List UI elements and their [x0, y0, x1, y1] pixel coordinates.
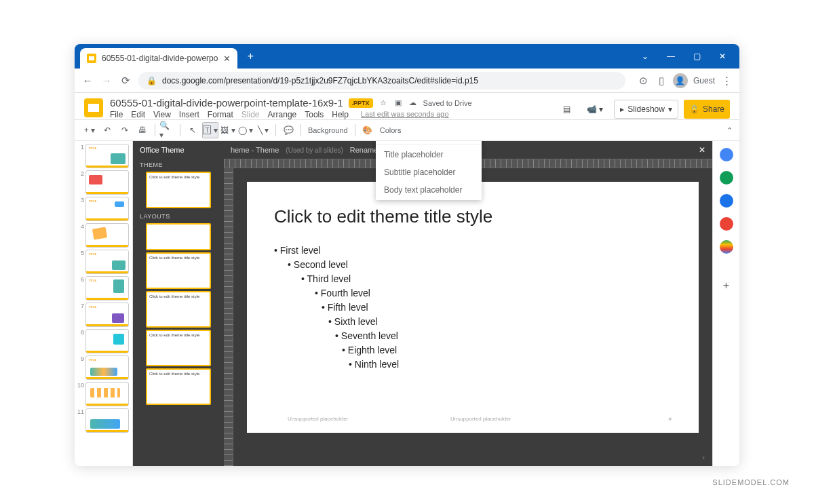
rename-button[interactable]: Rename: [350, 146, 379, 154]
url-input[interactable]: 🔒 docs.google.com/presentation/d/19-p5z1…: [138, 72, 625, 90]
slide-title-placeholder[interactable]: Click to edit theme title style: [274, 206, 672, 227]
layout-thumb[interactable]: Click to edit theme title style: [146, 252, 211, 289]
slide-thumb-8[interactable]: [85, 329, 129, 353]
page-number-placeholder: #: [669, 416, 672, 422]
slide-body-placeholder[interactable]: First level Second level Third level Fou…: [274, 244, 672, 372]
close-theme-editor[interactable]: ✕: [699, 145, 705, 155]
slide-thumbnail-rail[interactable]: 1TITLE 2 3TITLE 4 5TITLE 6TITLE 7TITLE 8…: [75, 141, 133, 466]
close-tab-icon[interactable]: ✕: [223, 54, 231, 64]
window-controls: ⌄ — ▢ ✕: [634, 47, 734, 65]
textbox-tool[interactable]: 🅃 ▾: [202, 122, 218, 138]
menu-arrange[interactable]: Arrange: [268, 110, 297, 119]
menu-view[interactable]: View: [153, 110, 171, 119]
palette-icon[interactable]: 🎨: [360, 122, 376, 138]
browser-tab[interactable]: 60555-01-digital-divide-powerpo ✕: [80, 48, 237, 69]
colors-button[interactable]: Colors: [377, 126, 404, 134]
canvas-area: heme - Theme (Used by all slides) Rename…: [224, 141, 712, 466]
menu-tools[interactable]: Tools: [305, 110, 324, 119]
minimize-button[interactable]: —: [659, 47, 682, 65]
tasks-icon[interactable]: [720, 194, 733, 208]
shape-tool[interactable]: ◯ ▾: [237, 122, 254, 138]
slide-master[interactable]: Click to edit theme title style First le…: [247, 182, 699, 433]
maximize-button[interactable]: ▢: [685, 47, 708, 65]
contacts-icon[interactable]: [720, 217, 733, 231]
reading-icon[interactable]: ▯: [655, 75, 667, 87]
slide-thumb-6[interactable]: TITLE: [85, 276, 129, 301]
menu-file[interactable]: File: [110, 110, 123, 119]
calendar-icon[interactable]: [720, 148, 733, 161]
layout-thumb[interactable]: Click to edit theme title style: [146, 291, 211, 328]
dropdown-item-subtitle[interactable]: Subtitle placeholder: [376, 163, 482, 181]
canvas-header-label: heme - Theme: [231, 146, 279, 154]
meet-button[interactable]: 📹 ▾: [581, 100, 608, 119]
side-panel: +: [712, 141, 739, 466]
watermark: SLIDEMODEL.COM: [712, 478, 790, 486]
comment-tool[interactable]: 💬: [280, 122, 296, 138]
slideshow-button[interactable]: ▸ Slideshow ▾: [614, 100, 678, 119]
slide-thumb-9[interactable]: TITLE: [85, 355, 129, 380]
redo-button[interactable]: ↷: [117, 122, 133, 138]
dropdown-item-textbox[interactable]: 🅃 Text box: [376, 141, 482, 142]
slide-thumb-2[interactable]: [85, 170, 129, 195]
add-addon-button[interactable]: +: [723, 279, 729, 292]
vertical-ruler: [224, 168, 233, 466]
layout-thumb[interactable]: Click to edit theme title style: [146, 368, 211, 405]
address-bar: ← → ⟳ 🔒 docs.google.com/presentation/d/1…: [75, 69, 739, 93]
comments-button[interactable]: ▤: [558, 100, 576, 119]
unsupported-placeholder: Unsupported placeholder: [450, 416, 511, 422]
tab-title: 60555-01-digital-divide-powerpo: [102, 54, 218, 63]
layout-thumb[interactable]: [146, 223, 211, 250]
maps-icon[interactable]: [720, 240, 733, 254]
star-icon[interactable]: ☆: [379, 98, 388, 108]
move-icon[interactable]: ▣: [393, 98, 403, 108]
doc-title[interactable]: 60555-01-digital-divide-powerpoint-templ…: [110, 97, 343, 109]
search-icon[interactable]: ⊙: [638, 75, 650, 87]
browser-menu-icon[interactable]: ⋮: [720, 75, 733, 87]
chevron-down-icon[interactable]: ⌄: [634, 47, 657, 65]
image-tool[interactable]: 🖼 ▾: [220, 122, 236, 138]
background-button[interactable]: Background: [305, 126, 351, 134]
slide-thumb-11[interactable]: [85, 408, 129, 433]
new-tab-button[interactable]: +: [241, 47, 259, 65]
undo-button[interactable]: ↶: [99, 122, 115, 138]
keep-notes-icon[interactable]: [720, 171, 733, 185]
close-window-button[interactable]: ✕: [711, 47, 734, 65]
new-slide-button[interactable]: + ▾: [81, 122, 98, 138]
slides-logo-icon[interactable]: [84, 98, 103, 117]
menubar: File Edit View Insert Format Slide Arran…: [110, 110, 551, 119]
menu-insert[interactable]: Insert: [179, 110, 199, 119]
collapse-toolbar[interactable]: ⌃: [726, 126, 733, 135]
zoom-button[interactable]: 🔍 ▾: [159, 122, 176, 138]
cloud-saved-icon: ☁: [408, 98, 418, 108]
share-button[interactable]: 🔒 Share: [684, 100, 730, 119]
guest-label: Guest: [693, 76, 715, 85]
menu-slide[interactable]: Slide: [241, 110, 260, 119]
window-titlebar: 60555-01-digital-divide-powerpo ✕ + ⌄ — …: [75, 44, 739, 69]
user-avatar[interactable]: 👤: [673, 73, 688, 88]
menu-edit[interactable]: Edit: [131, 110, 145, 119]
print-button[interactable]: 🖶: [134, 122, 151, 138]
line-tool[interactable]: ╲ ▾: [255, 122, 271, 138]
theme-section-label: THEME: [133, 159, 224, 170]
reload-button[interactable]: ⟳: [119, 75, 132, 87]
dropdown-item-body[interactable]: Body text placeholder: [376, 181, 482, 199]
dropdown-item-title[interactable]: Title placeholder: [376, 146, 482, 163]
last-edit-label[interactable]: Last edit was seconds ago: [361, 110, 449, 119]
theme-panel-title: Office Theme: [133, 141, 224, 159]
slide-thumb-10[interactable]: [85, 382, 129, 406]
menu-help[interactable]: Help: [332, 110, 349, 119]
slide-thumb-7[interactable]: TITLE: [85, 303, 129, 327]
menu-format[interactable]: Format: [208, 110, 233, 119]
theme-master-thumb[interactable]: Click to edit theme title style: [146, 172, 211, 208]
slide-thumb-4[interactable]: [85, 223, 129, 248]
slide-canvas[interactable]: Click to edit theme title style First le…: [233, 168, 712, 466]
slide-thumb-5[interactable]: TITLE: [85, 250, 129, 274]
slide-thumb-1[interactable]: TITLE: [85, 144, 129, 168]
theme-panel: Office Theme THEME Click to edit theme t…: [133, 141, 224, 466]
select-tool[interactable]: ↖: [185, 122, 201, 138]
layout-thumb[interactable]: Click to edit theme title style: [146, 330, 211, 366]
slide-thumb-3[interactable]: TITLE: [85, 197, 129, 221]
back-button[interactable]: ←: [81, 75, 94, 87]
expand-chevron[interactable]: ›: [697, 451, 710, 463]
forward-button[interactable]: →: [100, 75, 113, 87]
